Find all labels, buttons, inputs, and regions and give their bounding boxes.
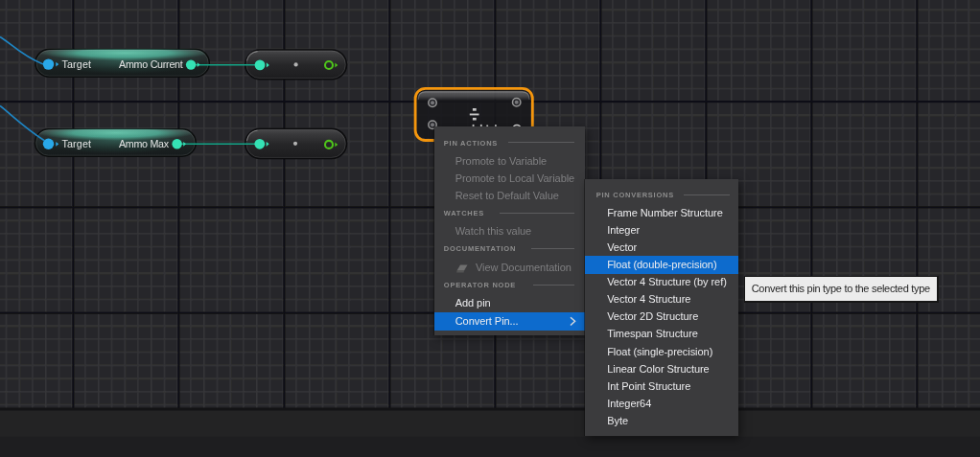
svg-text:Target: Target — [62, 58, 92, 70]
svg-text:Ammo Max: Ammo Max — [119, 138, 170, 149]
svg-text:Ammo Current: Ammo Current — [119, 58, 183, 70]
svg-text:Target: Target — [62, 138, 92, 149]
